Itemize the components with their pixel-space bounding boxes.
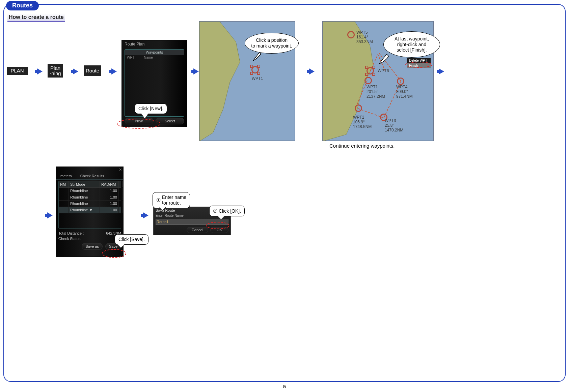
callout-tail [250, 51, 263, 64]
waypoint-ring-wpt2 [355, 104, 362, 112]
callout-name: ① Enter name for route. [153, 192, 190, 208]
marker-2-icon: ② [213, 208, 217, 214]
waypoint-ring-wpt4 [397, 78, 404, 85]
waypoint-label-wpt2: WPT2 106.9° 1748.5NM [353, 115, 372, 129]
tab-meters[interactable]: meters [56, 173, 76, 179]
arrow-icon [111, 68, 117, 74]
cell-rad: 1.00 [100, 194, 119, 200]
cell-mode: Rhumbline [69, 194, 100, 200]
callout-finish: At last waypoint, right-click and select… [383, 31, 440, 58]
waypoint-ring-wpt5 [347, 31, 355, 38]
arrow-icon [309, 68, 315, 74]
waypoint-label: WPT1 [252, 77, 263, 81]
waypoint-label-wpt4: WPT4 309.0° 971.4NM [396, 85, 413, 99]
column-name: Name [144, 56, 153, 59]
check-status-label: Check Status: [58, 237, 81, 241]
cell-mode: Rhumbline [69, 201, 100, 207]
subheader: How to create a route [7, 13, 65, 22]
col-radnm: RAD/NM [100, 181, 119, 187]
column-wpt: WPT [127, 56, 134, 59]
route-button[interactable]: Route [84, 65, 101, 76]
check-results-panel: — ✕ meters Check Results NM Str Mode RAD… [56, 167, 124, 257]
callout-ok: ② Click [OK]. [209, 206, 245, 216]
page-title-tab: Routes [6, 1, 39, 10]
tab-check-results[interactable]: Check Results [76, 173, 108, 179]
cell-rad: 1.00 [100, 188, 119, 194]
waypoints-tab[interactable]: Waypoints [125, 50, 184, 55]
planning-button[interactable]: Plan -ning [48, 64, 63, 78]
callout-tail [377, 52, 391, 66]
cell-mode: Rhumbline [69, 188, 100, 194]
col-nm: NM [59, 181, 69, 187]
cell-mode-select[interactable]: Rhumbline ▼ [69, 207, 100, 213]
map2-caption: Continue entering waypoints. [329, 143, 395, 149]
arrow-icon [193, 68, 199, 74]
col-strmode: Str Mode [69, 181, 100, 187]
highlight-oval-finish [405, 62, 432, 68]
total-distance-label: Total Distance : [58, 231, 84, 235]
arrow-icon [73, 68, 78, 74]
waypoint-label-wpt5: WPT5 161.4° 353.3NM [356, 30, 373, 44]
arrow-icon [439, 68, 444, 74]
cancel-button[interactable]: Cancel [187, 227, 208, 233]
highlight-oval-new [117, 119, 161, 129]
cell-rad: 1.00 [100, 207, 119, 213]
page-number: 5 [283, 384, 286, 389]
highlight-oval-save [102, 249, 126, 258]
save-as-button[interactable]: Save as [82, 243, 103, 250]
waypoint-cursor-wpt6 [365, 66, 375, 76]
callout-new: Click [New]. [135, 103, 167, 114]
highlight-oval-ok [206, 222, 229, 229]
waypoint-ring-wpt1 [364, 77, 372, 84]
marker-1-icon: ① [156, 197, 161, 203]
arrow-icon [37, 68, 43, 74]
waypoint-cursor [250, 65, 260, 75]
waypoint-label-wpt1: WPT1 201.5° 2137.2NM [367, 85, 385, 99]
arrow-icon [143, 212, 148, 218]
waypoint-label-wpt6: WPT6 [378, 69, 389, 73]
route-plan-panel: Route Plan Waypoints WPT Name New Select [121, 40, 187, 127]
arrow-icon [47, 212, 53, 218]
plan-button[interactable]: PLAN [7, 67, 28, 75]
route-plan-title: Route Plan [122, 40, 187, 48]
waypoint-label-wpt3: WPT3 25.8° 1470.2NM [385, 119, 403, 132]
cell-rad: 1.00 [100, 201, 119, 207]
